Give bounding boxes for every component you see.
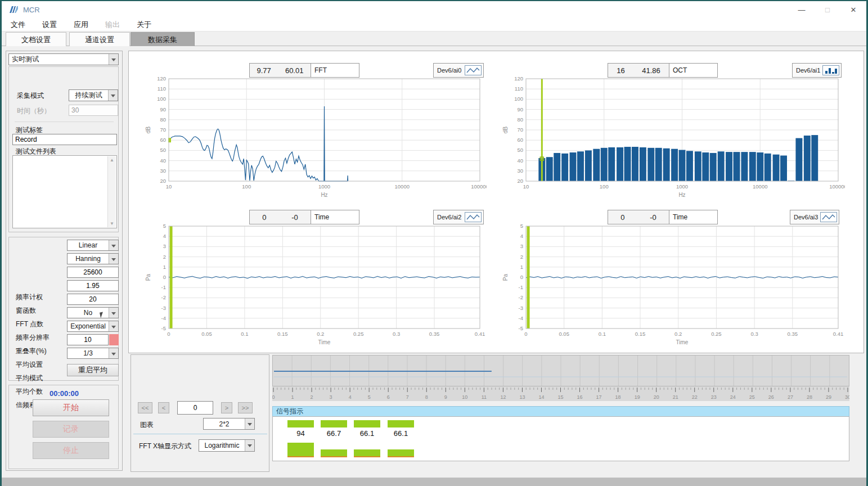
svg-text:27: 27 — [788, 394, 793, 400]
window-border-left — [0, 0, 2, 486]
avg-mode-select[interactable]: Exponential — [67, 321, 119, 332]
menu-application[interactable]: 应用 — [74, 20, 88, 30]
signal-indicator-bar — [388, 420, 414, 428]
test-mode-select[interactable]: 实时测试 — [8, 53, 119, 65]
chevron-down-icon[interactable] — [245, 418, 254, 429]
svg-text:Hz: Hz — [678, 192, 685, 198]
fft-plot[interactable]: 2030405060708090100110120101001000100001… — [143, 75, 487, 206]
svg-text:8: 8 — [425, 394, 428, 400]
minimize-button[interactable]: — — [789, 1, 815, 18]
svg-text:10: 10 — [462, 394, 467, 400]
test-tag-input[interactable] — [12, 134, 117, 145]
time-ai2-plot[interactable]: -5-4-3-2-101234500.050.10.150.20.250.30.… — [143, 223, 487, 353]
svg-text:9: 9 — [444, 394, 447, 400]
cursor-x-value: 0 — [262, 213, 266, 222]
svg-text:24: 24 — [730, 394, 736, 400]
scroll-up-icon[interactable]: ▲ — [110, 158, 114, 163]
svg-text:-5: -5 — [519, 325, 523, 331]
chevron-down-icon[interactable] — [108, 90, 118, 101]
chevron-down-icon[interactable] — [109, 321, 118, 331]
signal-panel-body: 94 66.7 66.1 66.1 — [272, 416, 849, 461]
menu-bar: 文件 设置 应用 输出 关于 — [2, 18, 866, 32]
close-button[interactable]: ✕ — [840, 1, 866, 18]
line-chart-icon — [820, 212, 837, 222]
svg-text:10000: 10000 — [753, 183, 767, 190]
scrollbar[interactable]: ▲ ▼ — [107, 156, 116, 227]
param-label-window: 窗函数 — [16, 305, 36, 316]
nav-last-button[interactable]: >> — [238, 402, 253, 413]
svg-text:1: 1 — [291, 394, 294, 400]
fft-points-input[interactable] — [67, 267, 119, 278]
tab-data-acquisition[interactable]: 数据采集 — [131, 32, 195, 46]
window-func-select[interactable]: Hanning — [67, 253, 119, 264]
cursor-y-value: 41.86 — [642, 66, 660, 75]
octave-select[interactable]: 1/3 — [67, 348, 119, 359]
svg-text:70: 70 — [517, 127, 523, 133]
svg-text:3: 3 — [163, 243, 166, 249]
restart-average-button[interactable]: 重启平均 — [67, 364, 119, 376]
svg-text:-4: -4 — [519, 315, 523, 321]
oct-plot[interactable]: 2030405060708090100110120101001000100001… — [501, 75, 845, 206]
signal-level-meter — [321, 443, 347, 457]
svg-text:0.25: 0.25 — [353, 331, 364, 337]
time-ai3-plot[interactable]: -5-4-3-2-101234500.050.10.150.20.250.30.… — [501, 223, 845, 353]
title-bar[interactable]: MCR — □ ✕ — [2, 1, 866, 18]
svg-text:30: 30 — [845, 394, 849, 400]
svg-text:0.1: 0.1 — [599, 331, 606, 337]
svg-text:100: 100 — [157, 96, 166, 102]
menu-about[interactable]: 关于 — [137, 20, 151, 30]
chevron-down-icon[interactable] — [109, 254, 118, 264]
svg-text:-2: -2 — [519, 294, 523, 300]
record-timeline[interactable]: 0123456789101112131415161718192021222324… — [272, 355, 849, 401]
svg-text:100000: 100000 — [471, 183, 487, 190]
avg-count-input[interactable] — [67, 334, 109, 345]
svg-text:Hz: Hz — [321, 192, 327, 198]
svg-text:2: 2 — [163, 254, 166, 260]
svg-text:90: 90 — [160, 106, 166, 112]
acq-mode-label: 采集模式 — [17, 91, 44, 101]
svg-text:4: 4 — [163, 233, 166, 239]
acq-time-label: 时间（秒） — [17, 106, 51, 116]
tab-document-settings[interactable]: 文档设置 — [6, 32, 66, 46]
chart-fft: 9.77 60.01 FFT Dev6/ai0 2030405060708090… — [131, 58, 491, 206]
signal-level-meter — [388, 443, 414, 457]
acq-mode-select[interactable]: 持续测试 — [69, 89, 118, 101]
fft-xaxis-select[interactable]: Logarithmic — [199, 439, 255, 452]
svg-text:110: 110 — [515, 86, 523, 92]
avg-setting-select[interactable]: No — [67, 307, 119, 318]
scroll-down-icon[interactable]: ▼ — [110, 221, 114, 226]
maximize-button[interactable]: □ — [815, 1, 840, 18]
svg-text:120: 120 — [157, 75, 166, 82]
svg-text:5: 5 — [520, 223, 523, 229]
fft-xaxis-label: FFT X轴显示方式 — [139, 441, 191, 451]
test-file-list[interactable]: ▲ ▼ — [12, 155, 117, 228]
start-button[interactable]: 开始 — [33, 399, 109, 416]
chevron-down-icon[interactable] — [245, 440, 254, 451]
svg-text:80: 80 — [517, 116, 523, 123]
svg-text:100: 100 — [514, 96, 523, 102]
cursor-x-value: 16 — [617, 66, 624, 75]
menu-file[interactable]: 文件 — [11, 20, 25, 30]
chart-time-ai3: 0 -0 Time Dev6/ai3 -5-4-3-2-101234500.05… — [489, 205, 864, 353]
svg-text:0: 0 — [272, 394, 275, 400]
chevron-down-icon[interactable] — [109, 54, 118, 65]
tab-channel-settings[interactable]: 通道设置 — [69, 32, 130, 46]
svg-text:0.41: 0.41 — [833, 331, 844, 337]
chevron-down-icon[interactable] — [109, 240, 118, 250]
nav-prev-button[interactable]: < — [158, 402, 169, 413]
menu-settings[interactable]: 设置 — [42, 20, 57, 30]
svg-text:1000: 1000 — [676, 183, 688, 190]
svg-text:22: 22 — [692, 394, 698, 400]
chevron-down-icon[interactable] — [109, 308, 118, 318]
svg-text:dB: dB — [145, 127, 151, 134]
chart-layout-select[interactable]: 2*2 — [203, 418, 255, 430]
nav-next-button[interactable]: > — [221, 402, 232, 413]
overlap-input[interactable] — [67, 294, 119, 305]
nav-first-button[interactable]: << — [138, 402, 152, 413]
signal-panel-header: 信号指示 — [272, 406, 849, 416]
page-index-input[interactable] — [177, 401, 213, 415]
chevron-down-icon[interactable] — [109, 348, 118, 358]
weighting-select[interactable]: Linear — [67, 240, 119, 251]
resolution-input[interactable] — [67, 280, 119, 291]
chart-layout-label: 图表 — [140, 420, 154, 430]
